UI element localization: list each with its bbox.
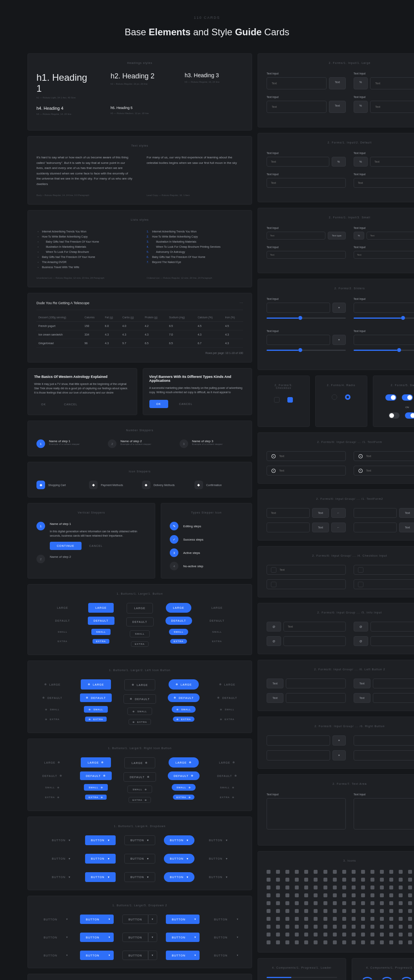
step[interactable]: 2Name of step 2Example of a content step… <box>108 439 171 448</box>
dropdown-button[interactable]: BUTTON ▾ <box>124 872 156 882</box>
default-button[interactable]: ⊕ DEFAULT <box>36 693 68 702</box>
continue-button[interactable]: CONTINUE <box>50 542 82 550</box>
default-button[interactable]: ⊕ DEFAULT <box>123 694 156 704</box>
checkbox-checked[interactable] <box>287 397 293 403</box>
more-icon[interactable]: ⋯ <box>240 301 243 305</box>
dropdown-button[interactable]: BUTTON ▾ <box>203 854 234 864</box>
ui-icon <box>380 886 384 889</box>
dropdown-button[interactable]: BUTTON ▾ <box>203 835 234 845</box>
large-button[interactable]: LARGE ⊕ <box>169 757 199 768</box>
default-button[interactable]: ⊕ DEFAULT <box>211 693 243 702</box>
large-button[interactable]: LARGE ⊕ <box>212 757 243 768</box>
default-button[interactable]: DEFAULT ⊕ <box>211 771 243 780</box>
large-button[interactable]: LARGE ⊕ <box>124 757 156 768</box>
small-button[interactable]: SMALL <box>169 629 188 635</box>
dropdown-button[interactable]: BUTTON ▾ <box>85 854 116 864</box>
radio-checked[interactable] <box>345 394 350 400</box>
switch-on[interactable] <box>385 394 396 401</box>
cancel-button[interactable]: CANCEL <box>82 542 110 550</box>
dropdown-button[interactable]: BUTTON ▾ <box>124 835 156 845</box>
large-button[interactable]: LARGE ⊕ <box>81 757 111 768</box>
small-button[interactable]: SMALL ⊕ <box>215 784 239 791</box>
large-button[interactable]: ⊕ LARGE <box>124 679 156 690</box>
default-button[interactable]: DEFAULT ⊕ <box>123 772 156 782</box>
step[interactable]: 3Name of step 3Example of a content step… <box>180 439 243 448</box>
extra-button[interactable]: EXTRA ⊕ <box>42 795 63 800</box>
default-button[interactable]: DEFAULT ⊕ <box>36 771 68 780</box>
large-button[interactable]: LARGE <box>204 603 230 613</box>
pagination[interactable]: Rows per page: 10 1-10 of 100 <box>36 352 243 354</box>
default-button[interactable]: ⊕ DEFAULT <box>168 693 200 702</box>
extra-button[interactable]: EXTRA <box>131 641 149 647</box>
large-button[interactable]: ⊕ LARGE <box>212 679 243 690</box>
large-button[interactable]: ⊕ LARGE <box>169 679 199 690</box>
extra-button[interactable]: EXTRA <box>93 639 109 644</box>
dropdown-button[interactable]: BUTTON ▾ <box>164 835 194 845</box>
large-button[interactable]: ⊕ LARGE <box>37 679 68 690</box>
small-button[interactable]: SMALL <box>130 630 150 637</box>
cancel-button[interactable]: CANCEL <box>172 400 200 408</box>
extra-button[interactable]: ⊕ EXTRA <box>85 717 107 722</box>
extra-button[interactable]: ⊕ EXTRA <box>129 719 151 725</box>
default-button[interactable]: DEFAULT <box>165 617 192 625</box>
small-button[interactable]: SMALL <box>207 629 227 635</box>
default-button[interactable]: DEFAULT <box>204 617 231 625</box>
extra-button[interactable]: EXTRA ⊕ <box>129 797 151 803</box>
default-button[interactable]: DEFAULT <box>88 617 114 625</box>
ok-button[interactable]: OK <box>149 400 168 408</box>
large-button[interactable]: LARGE ⊕ <box>37 757 68 768</box>
large-button[interactable]: LARGE <box>88 603 114 613</box>
extra-button[interactable]: ⊕ EXTRA <box>42 717 63 722</box>
small-button[interactable]: SMALL ⊕ <box>172 784 196 791</box>
dropdown-button[interactable]: BUTTON ▾ <box>124 854 156 864</box>
small-button[interactable]: ⊕ SMALL <box>40 706 64 713</box>
small-button[interactable]: ⊕ SMALL <box>127 708 152 715</box>
checkbox-unchecked[interactable] <box>274 397 280 403</box>
large-button[interactable]: ⊕ LARGE <box>81 679 111 690</box>
small-button[interactable]: SMALL <box>91 629 111 635</box>
default-button[interactable]: DEFAULT ⊕ <box>80 771 112 780</box>
small-button[interactable]: ⊕ SMALL <box>84 706 108 713</box>
checkbox-card: 2. Forms/3. Checkbox <box>258 376 310 427</box>
extra-button[interactable]: EXTRA ⊕ <box>173 795 194 800</box>
default-button[interactable]: DEFAULT <box>49 617 76 625</box>
dropdown-button[interactable]: BUTTON ▾ <box>46 854 76 864</box>
extra-button[interactable]: EXTRA <box>170 639 187 644</box>
large-button[interactable]: LARGE <box>166 603 191 613</box>
textarea[interactable] <box>267 798 346 829</box>
step[interactable]: 1Name of step 1Example of a content step… <box>36 439 100 448</box>
extra-button[interactable]: ⊕ EXTRA <box>216 717 238 722</box>
small-button[interactable]: SMALL ⊕ <box>84 784 108 791</box>
dropdown-button[interactable]: BUTTON ▾ <box>46 872 76 882</box>
small-button[interactable]: SMALL ⊕ <box>127 786 152 793</box>
ui-icon <box>352 933 356 936</box>
extra-button[interactable]: EXTRA <box>209 639 225 644</box>
buttons-card-2: 1. Buttons/1. Large/2. Left Icon Button … <box>27 661 252 733</box>
dropdown-button[interactable]: BUTTON ▾ <box>46 835 76 845</box>
text-input[interactable] <box>267 77 327 89</box>
ui-icon <box>399 940 403 944</box>
extra-button[interactable]: EXTRA <box>54 639 71 644</box>
dropdown-button: BUTTON <box>166 915 191 924</box>
ok-button[interactable]: OK <box>34 400 53 408</box>
extra-button[interactable]: ⊕ EXTRA <box>173 717 194 722</box>
dropdown-button[interactable]: BUTTON ▾ <box>164 854 194 864</box>
small-button[interactable]: SMALL <box>53 629 72 635</box>
large-button[interactable]: LARGE <box>127 603 153 613</box>
slider[interactable] <box>267 318 346 319</box>
dropdown-button[interactable]: BUTTON ▾ <box>164 872 194 882</box>
dropdown-button[interactable]: BUTTON ▾ <box>203 872 234 882</box>
default-button[interactable]: ⊕ DEFAULT <box>80 693 112 702</box>
small-button[interactable]: SMALL ⊕ <box>40 784 64 791</box>
extra-button[interactable]: EXTRA ⊕ <box>216 795 238 800</box>
default-button[interactable]: DEFAULT ⊕ <box>168 771 200 780</box>
small-button[interactable]: ⊕ SMALL <box>215 706 239 713</box>
default-button[interactable]: DEFAULT <box>126 617 154 626</box>
dropdown-button[interactable]: BUTTON ▾ <box>85 872 116 882</box>
large-button[interactable]: LARGE <box>50 603 75 613</box>
cancel-button[interactable]: CANCEL <box>57 400 84 408</box>
extra-button[interactable]: EXTRA ⊕ <box>85 795 107 800</box>
dropdown-button[interactable]: BUTTON ▾ <box>85 835 116 845</box>
small-button[interactable]: ⊕ SMALL <box>172 706 196 713</box>
radio-unchecked[interactable] <box>332 394 337 400</box>
